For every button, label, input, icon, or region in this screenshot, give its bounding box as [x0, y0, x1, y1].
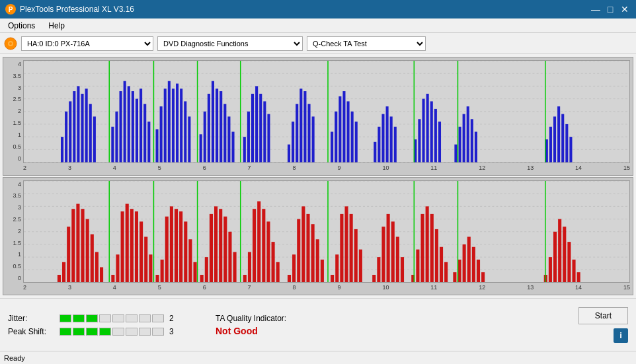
top-chart-x-axis: 2 3 4 5 6 7 8 9 10 11 12 13 14 15	[23, 163, 630, 175]
svg-rect-33	[155, 129, 158, 163]
svg-rect-148	[214, 206, 218, 282]
svg-rect-136	[165, 216, 169, 282]
peak-shift-progress	[60, 328, 164, 336]
ta-quality-label: TA Quality Indicator:	[216, 314, 286, 323]
y-label-0-bot: 0	[18, 275, 21, 281]
svg-rect-157	[262, 209, 265, 282]
svg-rect-118	[76, 203, 79, 282]
svg-rect-29	[139, 89, 142, 162]
svg-rect-172	[340, 213, 343, 282]
drive-select[interactable]: HA:0 ID:0 PX-716A	[21, 36, 153, 51]
svg-rect-12	[61, 137, 63, 162]
svg-rect-114	[62, 262, 65, 282]
svg-rect-48	[219, 91, 222, 162]
y-label-4-top: 4	[18, 61, 21, 67]
x-label-2-top: 2	[23, 164, 26, 175]
svg-rect-138	[170, 206, 173, 282]
svg-rect-13	[65, 112, 67, 163]
svg-rect-132	[144, 237, 147, 282]
svg-rect-185	[416, 249, 419, 282]
x-label-8-bot: 8	[293, 284, 296, 295]
start-button[interactable]: Start	[578, 307, 628, 324]
svg-rect-129	[130, 209, 134, 282]
svg-rect-75	[374, 142, 376, 163]
svg-rect-64	[303, 91, 306, 162]
svg-rect-44	[204, 112, 206, 163]
svg-rect-151	[228, 231, 231, 282]
svg-rect-159	[272, 242, 275, 282]
bottom-chart-inner	[23, 180, 630, 283]
jitter-seg-8	[152, 314, 164, 322]
svg-rect-145	[205, 257, 208, 282]
svg-rect-122	[95, 252, 99, 282]
svg-rect-142	[188, 239, 192, 282]
svg-rect-60	[288, 145, 290, 163]
svg-rect-86	[434, 109, 437, 163]
svg-rect-196	[463, 244, 466, 282]
svg-rect-46	[212, 81, 214, 163]
svg-rect-69	[335, 112, 337, 163]
menu-options[interactable]: Options	[3, 20, 40, 32]
ta-quality-value: Not Good	[216, 326, 286, 336]
svg-rect-72	[347, 101, 350, 162]
x-label-8-top: 8	[293, 164, 296, 175]
svg-point-2	[9, 42, 12, 45]
drive-icon	[4, 37, 17, 50]
bottom-chart-x-axis: 2 3 4 5 6 7 8 9 10 11 12 13 14 15	[23, 283, 630, 295]
svg-rect-199	[477, 259, 480, 282]
svg-rect-204	[553, 231, 557, 282]
svg-rect-153	[243, 274, 247, 282]
svg-rect-100	[561, 114, 564, 163]
x-label-10-top: 10	[382, 164, 389, 175]
svg-rect-43	[200, 134, 202, 162]
close-button[interactable]: ✕	[619, 4, 631, 15]
svg-rect-89	[454, 145, 457, 163]
svg-rect-85	[430, 101, 433, 162]
start-btn-section: Start i	[578, 307, 628, 343]
x-label-5-bot: 5	[158, 284, 161, 295]
svg-rect-176	[359, 249, 362, 282]
svg-rect-116	[71, 209, 75, 282]
svg-rect-134	[155, 274, 159, 282]
x-label-7-bot: 7	[248, 284, 251, 295]
maximize-button[interactable]: □	[604, 4, 616, 15]
svg-rect-41	[188, 116, 190, 162]
svg-rect-97	[549, 127, 552, 163]
svg-rect-139	[175, 209, 178, 282]
svg-rect-171	[335, 254, 338, 282]
jitter-seg-3	[86, 314, 98, 322]
svg-rect-128	[126, 203, 129, 282]
jitter-seg-6	[126, 314, 138, 322]
test-select[interactable]: Q-Check TA Test	[307, 36, 426, 51]
x-label-7-top: 7	[248, 164, 251, 175]
peak-seg-5	[112, 328, 124, 336]
svg-rect-83	[422, 99, 425, 163]
bottom-chart-svg	[24, 181, 629, 283]
svg-rect-50	[227, 116, 230, 162]
svg-rect-144	[200, 274, 204, 282]
function-select[interactable]: DVD Diagnostic Functions	[157, 36, 303, 51]
svg-rect-158	[266, 221, 270, 282]
svg-rect-70	[338, 96, 341, 163]
svg-rect-57	[259, 94, 262, 163]
top-chart-inner	[23, 60, 630, 163]
svg-rect-146	[210, 213, 213, 282]
svg-rect-186	[420, 213, 424, 282]
info-button[interactable]: i	[614, 328, 628, 343]
menu-help[interactable]: Help	[43, 20, 70, 32]
svg-rect-197	[467, 237, 471, 282]
svg-rect-28	[136, 99, 138, 163]
svg-rect-84	[426, 94, 429, 163]
svg-rect-92	[467, 106, 469, 162]
svg-rect-187	[426, 206, 429, 282]
minimize-button[interactable]: —	[590, 4, 602, 15]
svg-rect-183	[401, 257, 404, 282]
x-label-3-bot: 3	[68, 284, 71, 295]
svg-rect-51	[231, 131, 234, 162]
y-label-3-top: 3	[18, 85, 21, 91]
svg-rect-63	[299, 89, 302, 162]
peak-seg-6	[126, 328, 138, 336]
bottom-panel: Jitter: 2 Peak Shift:	[0, 298, 636, 351]
svg-rect-61	[292, 122, 294, 162]
svg-rect-54	[247, 112, 250, 163]
